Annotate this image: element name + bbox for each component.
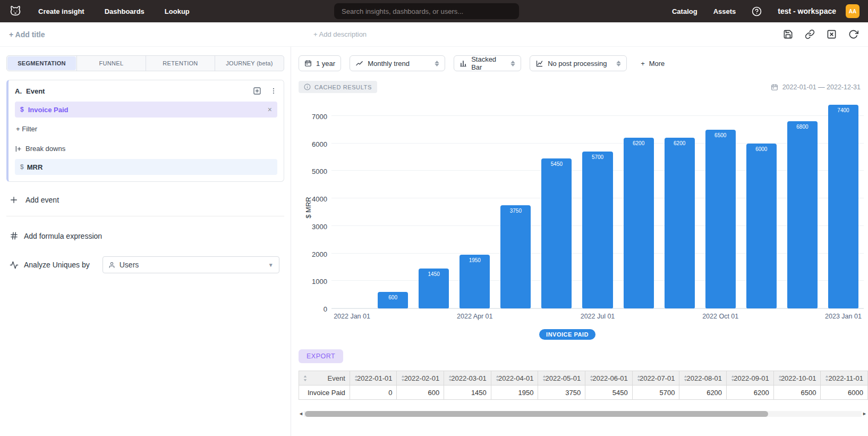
- bar-2022-02-01[interactable]: 600: [378, 292, 408, 308]
- bar-2022-03-01[interactable]: 1450: [419, 269, 449, 308]
- table-header-2022-06-01[interactable]: 2022-06-01: [585, 371, 633, 385]
- bar-2022-04-01[interactable]: 1950: [459, 255, 490, 308]
- table-header-2022-01-01[interactable]: 2022-01-01: [350, 371, 397, 385]
- share-link-icon[interactable]: [805, 29, 815, 39]
- add-description-button[interactable]: + Add description: [313, 30, 367, 38]
- more-options-button[interactable]: + More: [641, 60, 665, 68]
- table-header-2022-02-01[interactable]: 2022-02-01: [397, 371, 444, 385]
- x-tick-label: 2022 Apr 01: [457, 313, 492, 320]
- tab-funnel[interactable]: FUNNEL: [76, 56, 146, 71]
- avatar[interactable]: AA: [846, 4, 860, 18]
- add-filter-button[interactable]: + Filter: [16, 125, 277, 133]
- event-card: A. Event $ Invoic: [6, 80, 284, 182]
- bars: 6001450195037505450570062006200650060006…: [331, 98, 864, 308]
- selected-event-row[interactable]: $ Invoice Paid ×: [15, 102, 277, 118]
- table-header-2022-07-01[interactable]: 2022-07-01: [632, 371, 679, 385]
- hash-icon: [10, 231, 19, 240]
- help-icon[interactable]: [752, 6, 762, 16]
- breakdown-value-row[interactable]: $ MRR: [15, 159, 277, 175]
- table-header-2022-09-01[interactable]: 2022-09-01: [727, 371, 774, 385]
- sort-icon: [447, 375, 453, 382]
- table-header-2022-08-01[interactable]: 2022-08-01: [679, 371, 727, 385]
- table-header-2022-11-01[interactable]: 2022-11-01: [821, 371, 868, 385]
- table-header-2022-03-01[interactable]: 2022-03-01: [444, 371, 491, 385]
- add-formula-button[interactable]: Add formula expression: [10, 231, 284, 240]
- bar-2022-09-01[interactable]: 6200: [665, 138, 695, 308]
- post-processing-select[interactable]: No post processing: [530, 55, 627, 71]
- event-menu-kebab-icon[interactable]: [270, 87, 277, 95]
- close-frame-icon[interactable]: [827, 29, 837, 39]
- x-tick-label: 2022 Jul 01: [581, 313, 615, 320]
- selected-event-label: Invoice Paid: [28, 106, 69, 114]
- export-button[interactable]: EXPORT: [299, 349, 343, 363]
- table-header-label: 2022-08-01: [687, 374, 722, 382]
- y-tick-label: 7000: [312, 113, 327, 121]
- table-header-label: Event: [328, 374, 345, 382]
- sort-icon: [541, 375, 547, 382]
- scrollbar-track[interactable]: [304, 411, 862, 417]
- nav-assets[interactable]: Assets: [713, 7, 736, 15]
- sort-icon: [730, 375, 736, 382]
- table-header-2022-10-01[interactable]: 2022-10-01: [773, 371, 821, 385]
- bar-2022-07-01[interactable]: 5700: [582, 152, 612, 308]
- add-event-button[interactable]: Add event: [10, 196, 284, 204]
- analyze-entity-value: Users: [120, 261, 139, 269]
- nav-catalog[interactable]: Catalog: [672, 7, 697, 15]
- trend-interval-select[interactable]: Monthly trend: [350, 55, 445, 71]
- table-header-event[interactable]: Event: [299, 371, 350, 385]
- bar-2022-12-01[interactable]: 6800: [787, 121, 818, 308]
- bar-2022-05-01[interactable]: 3750: [500, 205, 531, 308]
- remove-event-icon[interactable]: ×: [268, 105, 272, 114]
- bar-value-label: 6500: [705, 132, 736, 138]
- bar-2022-06-01[interactable]: 5450: [541, 158, 572, 308]
- chart-type-select[interactable]: Stacked Bar: [454, 55, 521, 71]
- table-header-2022-05-01[interactable]: 2022-05-01: [538, 371, 585, 385]
- nav-lookup[interactable]: Lookup: [165, 7, 190, 15]
- chevron-down-icon: ▼: [268, 262, 274, 268]
- save-icon[interactable]: [783, 29, 793, 39]
- scroll-left-arrow[interactable]: ◄: [299, 410, 304, 417]
- chart-legend: INVOICE PAID: [299, 329, 836, 340]
- table-header-2022-04-01[interactable]: 2022-04-01: [491, 371, 538, 385]
- table-header-label: 2022-03-01: [451, 374, 487, 382]
- analyze-uniques-row: Analyze Uniques by Users ▼: [10, 256, 284, 273]
- x-tick-label: 2022 Oct 01: [702, 313, 738, 320]
- analyze-entity-select[interactable]: Users ▼: [103, 256, 279, 273]
- breakdown-value-label: MRR: [27, 163, 43, 171]
- bar-2023-01-01[interactable]: 7400: [828, 105, 858, 308]
- scroll-right-arrow[interactable]: ►: [862, 410, 867, 417]
- x-tick-label: 2023 Jan 01: [825, 313, 862, 320]
- duplicate-event-icon[interactable]: [253, 87, 261, 95]
- bar-2022-11-01[interactable]: 6000: [746, 144, 777, 308]
- breakdowns-label: Break downs: [25, 145, 65, 153]
- tab-retention[interactable]: RETENTION: [146, 56, 215, 71]
- bar-2022-10-01[interactable]: 6500: [705, 130, 736, 308]
- bar-2022-08-01[interactable]: 6200: [624, 138, 654, 308]
- legend-item-invoice-paid[interactable]: INVOICE PAID: [539, 329, 595, 340]
- sort-icon: [400, 375, 406, 382]
- breakdowns-button[interactable]: Break downs: [15, 145, 277, 153]
- table-header-label: 2022-02-01: [404, 374, 440, 382]
- info-icon: [304, 83, 311, 90]
- app-logo-cat-icon[interactable]: [8, 4, 22, 18]
- page-actions: [783, 29, 858, 39]
- nav-create-insight[interactable]: Create insight: [38, 7, 84, 15]
- date-range-button[interactable]: 1 year: [299, 55, 341, 71]
- tab-journey[interactable]: JOURNEY (beta): [215, 56, 284, 71]
- user-icon: [108, 262, 115, 269]
- scrollbar-thumb[interactable]: [305, 411, 768, 417]
- sort-icon: [589, 375, 594, 382]
- tab-segmentation[interactable]: SEGMENTATION: [7, 56, 76, 70]
- bar-chart: $ MRR 01000200030004000500060007000 6001…: [299, 98, 868, 309]
- bar-slot: 6800: [782, 98, 823, 308]
- x-tick-label: 2022 Jan 01: [334, 313, 370, 320]
- workspace-name[interactable]: test - workspace: [778, 7, 836, 15]
- refresh-icon[interactable]: [848, 29, 858, 39]
- add-title-button[interactable]: + Add title: [9, 30, 45, 39]
- search-input[interactable]: [334, 3, 519, 19]
- table-cell-value: 600: [397, 385, 444, 400]
- nav-dashboards[interactable]: Dashboards: [105, 7, 144, 15]
- horizontal-scrollbar[interactable]: ◄ ►: [299, 410, 868, 417]
- plot-area: 6001450195037505450570062006200650060006…: [331, 98, 864, 309]
- date-range-display[interactable]: 2022-01-01 — 2022-12-31: [771, 83, 861, 91]
